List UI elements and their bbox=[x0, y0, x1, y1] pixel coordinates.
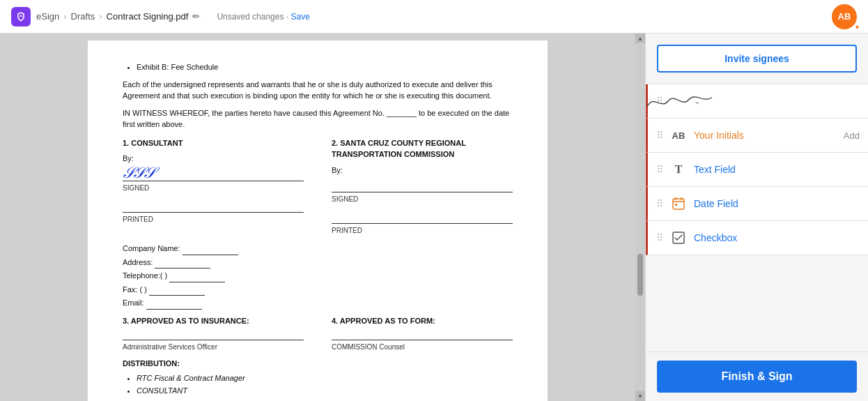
fields-row: Company Name: Address: Telephone:( ) bbox=[123, 243, 513, 310]
invite-signees-button[interactable]: Invite signees bbox=[657, 45, 857, 73]
sep1: › bbox=[63, 11, 66, 22]
address-field: Address: bbox=[123, 257, 513, 269]
drafts-link[interactable]: Drafts bbox=[71, 11, 95, 22]
initials-add-button[interactable]: Add bbox=[844, 130, 860, 141]
approved-form-title: 4. APPROVED AS TO FORM: bbox=[332, 315, 513, 327]
commission-sig-line bbox=[332, 179, 513, 192]
initials-label: Your Initials bbox=[694, 130, 838, 141]
date-field-label: Date Field bbox=[694, 198, 860, 209]
date-icon bbox=[669, 194, 688, 213]
consultant-signature: 𝒮𝒮𝒮 bbox=[123, 165, 154, 181]
email-field: Email: bbox=[123, 297, 513, 310]
date-field-item[interactable]: ⠿ Date Field bbox=[646, 187, 868, 221]
approved-insurance-line bbox=[123, 338, 304, 340]
document-scrollbar[interactable]: ▲ ▼ bbox=[635, 33, 645, 401]
commission-title: 2. SANTA CRUZ COUNTY REGIONAL TRANSPORTA… bbox=[332, 137, 513, 160]
edit-filename-icon[interactable]: ✏ bbox=[192, 11, 200, 22]
company-name-field: Company Name: bbox=[123, 243, 513, 255]
initials-drag-handle: ⠿ bbox=[656, 130, 663, 141]
approved-form-line bbox=[332, 338, 513, 340]
checkbox-label: Checkbox bbox=[694, 232, 860, 243]
approved-form-block: 4. APPROVED AS TO FORM: COMMISSION Couns… bbox=[332, 315, 513, 353]
commission-printed-line bbox=[332, 210, 513, 224]
consultant-printed-line bbox=[123, 199, 304, 213]
main-area: Exhibit B: Fee Schedule Each of the unde… bbox=[0, 33, 868, 401]
commission-signed-label: SIGNED bbox=[332, 194, 513, 204]
consultant-title: 1. CONSULTANT bbox=[123, 137, 304, 149]
approved-row: 3. APPROVED AS TO INSURANCE: Administrat… bbox=[123, 315, 513, 353]
unsaved-status: Unsaved changes · Save bbox=[217, 12, 309, 22]
consultant-sig-line: 𝒮𝒮𝒮 bbox=[123, 167, 304, 181]
distribution-list: RTC Fiscal & Contract Manager CONSULTANT bbox=[123, 372, 513, 397]
checkbox-icon bbox=[669, 228, 688, 248]
text-field-label: Text Field bbox=[694, 164, 860, 175]
avatar[interactable]: AB bbox=[832, 4, 857, 29]
consultant-printed-label: PRINTED bbox=[123, 214, 304, 225]
svg-rect-4 bbox=[675, 204, 677, 206]
document-area[interactable]: Exhibit B: Fee Schedule Each of the unde… bbox=[0, 33, 645, 401]
text-drag-handle: ⠿ bbox=[656, 164, 663, 175]
para1: Each of the undersigned represents and w… bbox=[123, 79, 513, 102]
exhibit-item: Exhibit B: Fee Schedule bbox=[137, 61, 513, 73]
scrollbar-thumb[interactable] bbox=[637, 254, 643, 296]
commission-by: By: bbox=[332, 165, 513, 176]
commission-block: 2. SANTA CRUZ COUNTY REGIONAL TRANSPORTA… bbox=[332, 137, 513, 236]
signatures-row: 1. CONSULTANT By: 𝒮𝒮𝒮 SIGNED PRINTED 2. … bbox=[123, 137, 513, 236]
scrollbar-down-arrow[interactable]: ▼ bbox=[635, 391, 645, 401]
sep2: › bbox=[99, 11, 102, 22]
document-page: Exhibit B: Fee Schedule Each of the unde… bbox=[88, 40, 548, 401]
finish-btn-area: Finish & Sign bbox=[646, 351, 868, 401]
distribution-title: DISTRIBUTION: bbox=[123, 358, 513, 370]
consultant-by: By: bbox=[123, 153, 304, 165]
commission-counsel-label: COMMISSION Counsel bbox=[332, 342, 513, 352]
date-drag-handle: ⠿ bbox=[656, 198, 663, 209]
para2: IN WITNESS WHEREOF, the parties hereto h… bbox=[123, 107, 513, 130]
app-name[interactable]: eSign bbox=[36, 11, 59, 22]
approved-insurance-title: 3. APPROVED AS TO INSURANCE: bbox=[123, 315, 304, 327]
consultant-signed-label: SIGNED bbox=[123, 183, 304, 193]
svg-rect-0 bbox=[673, 199, 684, 209]
signature-chevron-icon[interactable]: ⌄ bbox=[694, 96, 701, 106]
panel-fields: ⠿ ⌄ ⠿ AB Your Initials Add ⠿ T Text Fie bbox=[646, 84, 868, 351]
signature-icon bbox=[669, 91, 688, 111]
filename-label: Contract Signing.pdf bbox=[107, 11, 189, 22]
admin-officer-label: Administrative Services Officer bbox=[123, 342, 304, 352]
consultant-block: 1. CONSULTANT By: 𝒮𝒮𝒮 SIGNED PRINTED bbox=[123, 137, 304, 236]
text-field-item[interactable]: ⠿ T Text Field bbox=[646, 153, 868, 187]
exhibit-list: Exhibit B: Fee Schedule bbox=[123, 61, 513, 73]
topbar: eSign › Drafts › Contract Signing.pdf ✏ … bbox=[0, 0, 868, 33]
panel-top: Invite signees bbox=[646, 33, 868, 84]
commission-printed-label: PRINTED bbox=[332, 225, 513, 236]
finish-sign-button[interactable]: Finish & Sign bbox=[657, 361, 857, 393]
right-panel: Invite signees ⠿ ⌄ ⠿ AB Your Initials Ad… bbox=[645, 33, 868, 401]
text-icon: T bbox=[669, 160, 688, 179]
initials-field-item[interactable]: ⠿ AB Your Initials Add bbox=[646, 119, 868, 153]
fax-field: Fax: ( ) bbox=[123, 284, 513, 296]
checkbox-field-item[interactable]: ⠿ Checkbox bbox=[646, 221, 868, 255]
dist-item-1: RTC Fiscal & Contract Manager bbox=[137, 372, 513, 384]
distribution-section: DISTRIBUTION: RTC Fiscal & Contract Mana… bbox=[123, 358, 513, 397]
signature-field-item[interactable]: ⠿ ⌄ bbox=[646, 84, 868, 119]
telephone-field: Telephone:( ) bbox=[123, 270, 513, 282]
initials-icon: AB bbox=[669, 126, 688, 145]
approved-insurance-block: 3. APPROVED AS TO INSURANCE: Administrat… bbox=[123, 315, 304, 353]
save-link[interactable]: Save bbox=[290, 12, 309, 22]
dist-item-2: CONSULTANT bbox=[137, 385, 513, 397]
checkbox-drag-handle: ⠿ bbox=[656, 232, 663, 243]
breadcrumb: eSign › Drafts › Contract Signing.pdf ✏ bbox=[36, 11, 200, 22]
app-logo[interactable] bbox=[11, 7, 31, 27]
scrollbar-up-arrow[interactable]: ▲ bbox=[635, 33, 645, 43]
